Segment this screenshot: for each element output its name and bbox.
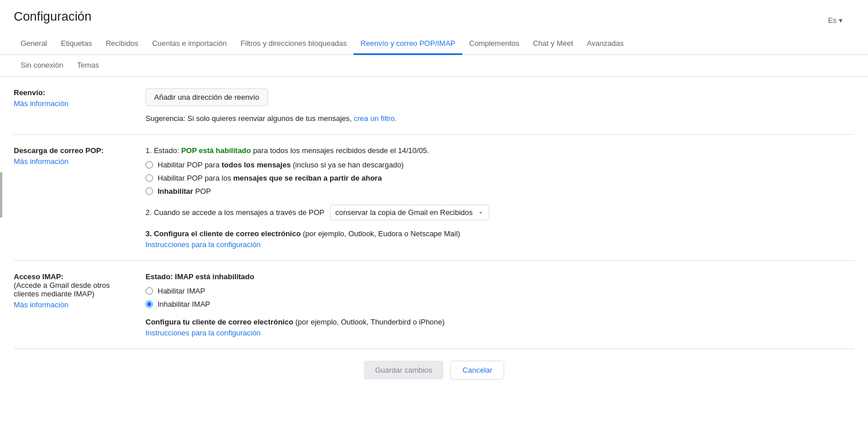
imap-status: Estado: IMAP está inhabilitado bbox=[146, 272, 854, 281]
imap-configure-link[interactable]: Instrucciones para la configuración bbox=[146, 329, 854, 337]
pop-radio-new-label: Habilitar POP para los mensajes que se r… bbox=[158, 174, 382, 182]
pop-configure-label: 3. Configura el cliente de correo electr… bbox=[146, 229, 301, 238]
imap-radio-enable: Habilitar IMAP bbox=[146, 287, 854, 295]
tab2-sin-conexión[interactable]: Sin conexión bbox=[14, 55, 70, 77]
pop-radio-group: Habilitar POP para todos los mensajes (i… bbox=[146, 161, 854, 196]
tab-general[interactable]: General bbox=[14, 33, 54, 55]
main-nav: GeneralEtiquetasRecibidosCuentas e impor… bbox=[14, 33, 854, 54]
pop-access-label: 2. Cuando se accede a los mensajes a tra… bbox=[146, 208, 324, 217]
forwarding-section: Reenvío: Más información Añadir una dire… bbox=[14, 77, 854, 135]
pop-section: Descarga de correo POP: Más información … bbox=[14, 135, 854, 261]
create-filter-link[interactable]: crea un filtro. bbox=[354, 114, 397, 123]
scrollbar[interactable] bbox=[0, 172, 2, 218]
forwarding-more-info-link[interactable]: Más información bbox=[14, 99, 136, 108]
pop-radio-disable-label: Inhabilitar POP bbox=[158, 187, 211, 196]
cancel-button[interactable]: Cancelar bbox=[450, 361, 504, 380]
imap-configure-text: Configura tu cliente de correo electróni… bbox=[146, 318, 854, 326]
forwarding-label: Reenvío: bbox=[14, 88, 45, 97]
imap-radio-disable-input[interactable] bbox=[146, 300, 153, 308]
tab-avanzadas[interactable]: Avanzadas bbox=[580, 33, 630, 55]
language-selector[interactable]: Es ▾ bbox=[828, 16, 843, 25]
footer-buttons: Guardar cambios Cancelar bbox=[14, 349, 854, 397]
pop-status-prefix: 1. Estado: bbox=[146, 146, 181, 155]
page-title: Configuración bbox=[14, 9, 92, 24]
tab-complementos[interactable]: Complementos bbox=[462, 33, 526, 55]
forwarding-suggestion: Sugerencia: Si solo quieres reenviar alg… bbox=[146, 114, 854, 123]
tab2-temas[interactable]: Temas bbox=[70, 55, 105, 77]
imap-configure-suffix: (por ejemplo, Outlook, Thunderbird o iPh… bbox=[293, 318, 445, 326]
imap-radio-enable-input[interactable] bbox=[146, 287, 153, 295]
tab-chat-y-meet[interactable]: Chat y Meet bbox=[526, 33, 580, 55]
pop-radio-new-input[interactable] bbox=[146, 174, 153, 182]
pop-status-suffix: para todos los mensajes recibidos desde … bbox=[251, 146, 429, 155]
pop-radio-new: Habilitar POP para los mensajes que se r… bbox=[146, 174, 854, 182]
imap-radio-group: Habilitar IMAP Inhabilitar IMAP bbox=[146, 287, 854, 308]
pop-label: Descarga de correo POP: bbox=[14, 146, 104, 155]
imap-label: Acceso IMAP: bbox=[14, 272, 64, 281]
pop-configure-link[interactable]: Instrucciones para la configuración bbox=[146, 240, 854, 249]
pop-radio-all-input[interactable] bbox=[146, 161, 153, 169]
pop-configure-text: 3. Configura el cliente de correo electr… bbox=[146, 229, 854, 238]
pop-radio-disable: Inhabilitar POP bbox=[146, 187, 854, 196]
tab-recibidos[interactable]: Recibidos bbox=[99, 33, 145, 55]
imap-radio-disable: Inhabilitar IMAP bbox=[146, 300, 854, 308]
imap-configure-section: Configura tu cliente de correo electróni… bbox=[146, 318, 854, 337]
imap-label2: (Accede a Gmail desde otros clientes med… bbox=[14, 281, 110, 298]
add-forwarding-button[interactable]: Añadir una dirección de reenvío bbox=[146, 88, 268, 106]
imap-configure-label: Configura tu cliente de correo electróni… bbox=[146, 318, 293, 326]
pop-radio-disable-input[interactable] bbox=[146, 187, 153, 195]
secondary-nav: Sin conexiónTemas bbox=[0, 55, 868, 77]
imap-more-info-link[interactable]: Más información bbox=[14, 300, 136, 309]
save-button[interactable]: Guardar cambios bbox=[364, 361, 444, 380]
tab-reenvo-y-correo-popimap[interactable]: Reenvío y correo POP/IMAP bbox=[354, 33, 462, 55]
suggestion-prefix: Sugerencia: Si solo quieres reenviar alg… bbox=[146, 114, 354, 123]
tab-etiquetas[interactable]: Etiquetas bbox=[54, 33, 99, 55]
pop-configure-section: 3. Configura el cliente de correo electr… bbox=[146, 229, 854, 249]
imap-radio-disable-label: Inhabilitar IMAP bbox=[158, 300, 210, 308]
imap-radio-enable-label: Habilitar IMAP bbox=[158, 287, 205, 295]
pop-access-row: 2. Cuando se accede a los mensajes a tra… bbox=[146, 205, 854, 220]
pop-action-dropdown[interactable]: conservar la copia de Gmail en Recibidos… bbox=[330, 205, 489, 220]
pop-more-info-link[interactable]: Más información bbox=[14, 157, 136, 166]
imap-section: Acceso IMAP: (Accede a Gmail desde otros… bbox=[14, 261, 854, 349]
pop-radio-all: Habilitar POP para todos los mensajes (i… bbox=[146, 161, 854, 169]
pop-configure-suffix: (por ejemplo, Outlook, Eudora o Netscape… bbox=[301, 229, 460, 238]
pop-status: 1. Estado: POP está habilitado para todo… bbox=[146, 146, 854, 155]
tab-cuentas-e-importacin[interactable]: Cuentas e importación bbox=[146, 33, 234, 55]
pop-status-green: POP está habilitado bbox=[181, 146, 251, 155]
pop-radio-all-label: Habilitar POP para todos los mensajes (i… bbox=[158, 161, 404, 169]
tab-filtros-y-direcciones-bloqueadas[interactable]: Filtros y direcciones bloqueadas bbox=[234, 33, 354, 55]
